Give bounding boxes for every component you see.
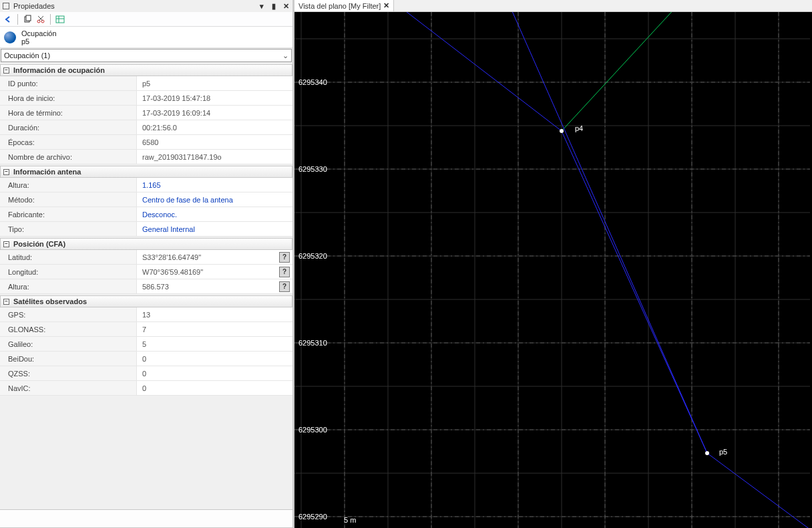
row-fabricante: Fabricante:Desconoc.	[0, 207, 292, 222]
row-epocas: Épocas:6580	[0, 135, 292, 150]
plan-view-panel: Vista del plano [My Filter] ✕	[294, 0, 812, 528]
toolbar	[0, 12, 292, 27]
row-glonass: GLONASS:7	[0, 322, 292, 337]
row-lat: Latitud:S33°28'16.64749"?	[0, 250, 292, 265]
group-header-sats[interactable]: −Satélites observados	[0, 295, 292, 307]
y-tick-label: 6295290	[298, 513, 327, 521]
row-beidou: BeiDou:0	[0, 352, 292, 366]
collapse-icon: −	[3, 169, 9, 175]
value-alt: 586.573	[142, 283, 169, 291]
y-tick-label: 6295300	[298, 426, 327, 434]
panel-filler	[0, 396, 292, 509]
row-galileo: Galileo:5	[0, 337, 292, 352]
group-antenna: −Información antena Altura:1.165 Método:…	[0, 166, 292, 237]
point-label-p5: p5	[719, 448, 727, 456]
plan-canvas[interactable]: 6295340 6295330 6295320 6295310 6295300 …	[294, 12, 812, 528]
help-button[interactable]: ?	[279, 252, 290, 263]
group-position: −Posición (CFA) Latitud:S33°28'16.64749"…	[0, 238, 292, 294]
row-duracion: Duración:00:21:56.0	[0, 120, 292, 135]
row-hora-inicio: Hora de inicio:17-03-2019 15:47:18	[0, 91, 292, 106]
row-metodo: Método:Centro de fase de la antena	[0, 192, 292, 207]
close-panel-button[interactable]: ✕	[282, 2, 290, 10]
scale-label: 5 m	[344, 516, 356, 524]
tool-table-icon[interactable]	[55, 14, 65, 25]
collapse-icon: −	[3, 299, 9, 305]
svg-rect-1	[26, 15, 31, 21]
y-tick-label: 6295320	[298, 252, 327, 260]
group-header-antenna[interactable]: −Información antena	[0, 166, 292, 178]
toolbar-separator	[17, 14, 18, 25]
plan-svg	[294, 12, 810, 528]
group-title: Información antena	[13, 168, 81, 176]
selection-type: Ocupación	[21, 29, 57, 37]
y-tick-label: 6295340	[298, 78, 327, 86]
row-qzss: QZSS:0	[0, 366, 292, 381]
row-alt: Altura:586.573?	[0, 279, 292, 294]
selection-header: Ocupación p5	[0, 27, 292, 48]
value-lat: S33°28'16.64749"	[142, 253, 201, 261]
help-button[interactable]: ?	[279, 267, 290, 277]
row-altura-ant: Altura:1.165	[0, 178, 292, 192]
description-bar	[0, 509, 292, 528]
collapse-icon: −	[3, 68, 9, 74]
toolbar-separator	[50, 14, 51, 25]
panel-titlebar: Propiedades ▾ ▮ ✕	[0, 0, 292, 12]
occupation-selector-label: Ocupación (1)	[4, 51, 50, 59]
tab-plan-view[interactable]: Vista del plano [My Filter] ✕	[294, 0, 394, 11]
svg-rect-6	[56, 16, 64, 23]
svg-line-46	[495, 12, 707, 453]
row-tipo: Tipo:General Internal	[0, 222, 292, 237]
tab-label: Vista del plano [My Filter]	[298, 2, 381, 10]
svg-line-45	[562, 12, 708, 131]
collapse-icon: −	[3, 241, 9, 247]
tool-back-icon[interactable]	[3, 14, 13, 25]
group-title: Posición (CFA)	[13, 240, 65, 248]
row-hora-termino: Hora de término:17-03-2019 16:09:14	[0, 106, 292, 120]
occupation-selector[interactable]: Ocupación (1) ⌄	[1, 49, 292, 62]
close-tab-button[interactable]: ✕	[383, 1, 389, 10]
selection-id: p5	[21, 37, 57, 45]
chevron-down-icon: ⌄	[282, 51, 288, 60]
value-lon: W70°36'59.48169"	[142, 268, 203, 276]
properties-panel: Propiedades ▾ ▮ ✕ Ocupación p5 Ocupación…	[0, 0, 294, 528]
row-archivo: Nombre de archivo:raw_201903171847.19o	[0, 150, 292, 164]
group-header-position[interactable]: −Posición (CFA)	[0, 238, 292, 250]
globe-icon	[4, 31, 16, 43]
panel-title: Propiedades	[13, 2, 55, 10]
menu-dropdown-button[interactable]: ▾	[258, 2, 266, 10]
row-lon: Longitud:W70°36'59.48169"?	[0, 265, 292, 279]
group-sats: −Satélites observados GPS:13 GLONASS:7 G…	[0, 295, 292, 396]
group-header-occupation[interactable]: −Información de ocupación	[0, 64, 292, 76]
group-title: Información de ocupación	[13, 66, 105, 74]
y-tick-label: 6295330	[298, 165, 327, 173]
row-id-punto: ID punto:p5	[0, 76, 292, 91]
point-label-p4: p4	[575, 124, 583, 132]
help-button[interactable]: ?	[279, 281, 290, 292]
svg-point-49	[705, 451, 709, 455]
panel-icon	[3, 3, 9, 9]
group-occupation: −Información de ocupación ID punto:p5 Ho…	[0, 64, 292, 164]
tool-cut-icon[interactable]	[35, 14, 46, 25]
group-title: Satélites observados	[13, 297, 87, 305]
pin-button[interactable]: ▮	[270, 2, 278, 10]
row-navic: NavIC:0	[0, 381, 292, 396]
row-gps: GPS:13	[0, 307, 292, 322]
svg-point-48	[560, 129, 564, 133]
tab-bar: Vista del plano [My Filter] ✕	[294, 0, 812, 12]
y-tick-label: 6295310	[298, 339, 327, 347]
tool-copy-icon[interactable]	[22, 14, 33, 25]
